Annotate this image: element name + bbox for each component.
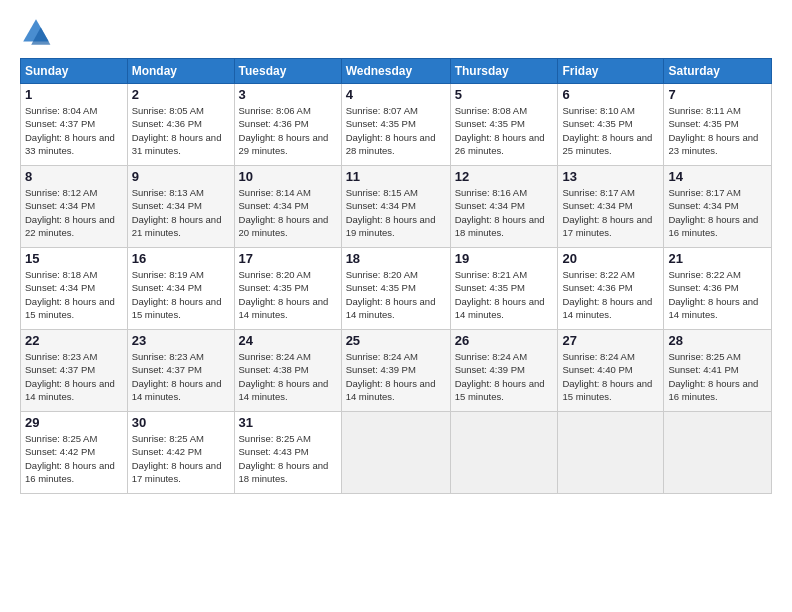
day-info: Sunrise: 8:24 AMSunset: 4:39 PMDaylight:… (455, 350, 554, 403)
day-cell: 8Sunrise: 8:12 AMSunset: 4:34 PMDaylight… (21, 166, 128, 248)
day-info: Sunrise: 8:15 AMSunset: 4:34 PMDaylight:… (346, 186, 446, 239)
day-info: Sunrise: 8:07 AMSunset: 4:35 PMDaylight:… (346, 104, 446, 157)
day-cell: 13Sunrise: 8:17 AMSunset: 4:34 PMDayligh… (558, 166, 664, 248)
header-row: SundayMondayTuesdayWednesdayThursdayFrid… (21, 59, 772, 84)
header-cell-thursday: Thursday (450, 59, 558, 84)
day-cell: 31Sunrise: 8:25 AMSunset: 4:43 PMDayligh… (234, 412, 341, 494)
day-cell: 10Sunrise: 8:14 AMSunset: 4:34 PMDayligh… (234, 166, 341, 248)
day-info: Sunrise: 8:25 AMSunset: 4:42 PMDaylight:… (132, 432, 230, 485)
day-number: 14 (668, 169, 767, 184)
day-info: Sunrise: 8:19 AMSunset: 4:34 PMDaylight:… (132, 268, 230, 321)
day-number: 13 (562, 169, 659, 184)
day-info: Sunrise: 8:18 AMSunset: 4:34 PMDaylight:… (25, 268, 123, 321)
day-number: 10 (239, 169, 337, 184)
day-info: Sunrise: 8:05 AMSunset: 4:36 PMDaylight:… (132, 104, 230, 157)
day-cell (341, 412, 450, 494)
day-info: Sunrise: 8:17 AMSunset: 4:34 PMDaylight:… (668, 186, 767, 239)
day-cell: 14Sunrise: 8:17 AMSunset: 4:34 PMDayligh… (664, 166, 772, 248)
day-cell: 21Sunrise: 8:22 AMSunset: 4:36 PMDayligh… (664, 248, 772, 330)
day-number: 24 (239, 333, 337, 348)
day-cell: 19Sunrise: 8:21 AMSunset: 4:35 PMDayligh… (450, 248, 558, 330)
day-info: Sunrise: 8:04 AMSunset: 4:37 PMDaylight:… (25, 104, 123, 157)
day-cell: 2Sunrise: 8:05 AMSunset: 4:36 PMDaylight… (127, 84, 234, 166)
day-cell: 24Sunrise: 8:24 AMSunset: 4:38 PMDayligh… (234, 330, 341, 412)
day-number: 18 (346, 251, 446, 266)
day-number: 31 (239, 415, 337, 430)
day-cell: 16Sunrise: 8:19 AMSunset: 4:34 PMDayligh… (127, 248, 234, 330)
day-info: Sunrise: 8:17 AMSunset: 4:34 PMDaylight:… (562, 186, 659, 239)
day-info: Sunrise: 8:25 AMSunset: 4:42 PMDaylight:… (25, 432, 123, 485)
day-cell: 20Sunrise: 8:22 AMSunset: 4:36 PMDayligh… (558, 248, 664, 330)
header-cell-wednesday: Wednesday (341, 59, 450, 84)
header-cell-monday: Monday (127, 59, 234, 84)
day-info: Sunrise: 8:22 AMSunset: 4:36 PMDaylight:… (562, 268, 659, 321)
day-cell: 9Sunrise: 8:13 AMSunset: 4:34 PMDaylight… (127, 166, 234, 248)
day-info: Sunrise: 8:21 AMSunset: 4:35 PMDaylight:… (455, 268, 554, 321)
day-info: Sunrise: 8:16 AMSunset: 4:34 PMDaylight:… (455, 186, 554, 239)
day-number: 25 (346, 333, 446, 348)
header-cell-tuesday: Tuesday (234, 59, 341, 84)
header-cell-saturday: Saturday (664, 59, 772, 84)
day-number: 2 (132, 87, 230, 102)
day-number: 5 (455, 87, 554, 102)
day-number: 15 (25, 251, 123, 266)
day-cell: 26Sunrise: 8:24 AMSunset: 4:39 PMDayligh… (450, 330, 558, 412)
header-cell-friday: Friday (558, 59, 664, 84)
day-number: 28 (668, 333, 767, 348)
day-number: 21 (668, 251, 767, 266)
day-number: 19 (455, 251, 554, 266)
week-row-2: 8Sunrise: 8:12 AMSunset: 4:34 PMDaylight… (21, 166, 772, 248)
day-info: Sunrise: 8:14 AMSunset: 4:34 PMDaylight:… (239, 186, 337, 239)
day-cell: 12Sunrise: 8:16 AMSunset: 4:34 PMDayligh… (450, 166, 558, 248)
day-number: 17 (239, 251, 337, 266)
day-info: Sunrise: 8:24 AMSunset: 4:40 PMDaylight:… (562, 350, 659, 403)
day-cell: 5Sunrise: 8:08 AMSunset: 4:35 PMDaylight… (450, 84, 558, 166)
logo-icon (20, 16, 52, 48)
day-number: 30 (132, 415, 230, 430)
day-cell: 6Sunrise: 8:10 AMSunset: 4:35 PMDaylight… (558, 84, 664, 166)
logo (20, 16, 56, 48)
day-cell: 25Sunrise: 8:24 AMSunset: 4:39 PMDayligh… (341, 330, 450, 412)
day-number: 16 (132, 251, 230, 266)
day-number: 8 (25, 169, 123, 184)
week-row-4: 22Sunrise: 8:23 AMSunset: 4:37 PMDayligh… (21, 330, 772, 412)
day-cell (664, 412, 772, 494)
day-cell: 17Sunrise: 8:20 AMSunset: 4:35 PMDayligh… (234, 248, 341, 330)
day-number: 27 (562, 333, 659, 348)
week-row-1: 1Sunrise: 8:04 AMSunset: 4:37 PMDaylight… (21, 84, 772, 166)
day-number: 22 (25, 333, 123, 348)
day-info: Sunrise: 8:10 AMSunset: 4:35 PMDaylight:… (562, 104, 659, 157)
day-number: 7 (668, 87, 767, 102)
calendar-page: SundayMondayTuesdayWednesdayThursdayFrid… (0, 0, 792, 612)
header (20, 16, 772, 48)
day-info: Sunrise: 8:06 AMSunset: 4:36 PMDaylight:… (239, 104, 337, 157)
day-cell: 11Sunrise: 8:15 AMSunset: 4:34 PMDayligh… (341, 166, 450, 248)
day-cell: 18Sunrise: 8:20 AMSunset: 4:35 PMDayligh… (341, 248, 450, 330)
day-number: 9 (132, 169, 230, 184)
day-info: Sunrise: 8:24 AMSunset: 4:38 PMDaylight:… (239, 350, 337, 403)
day-number: 11 (346, 169, 446, 184)
day-number: 20 (562, 251, 659, 266)
day-info: Sunrise: 8:08 AMSunset: 4:35 PMDaylight:… (455, 104, 554, 157)
day-cell: 1Sunrise: 8:04 AMSunset: 4:37 PMDaylight… (21, 84, 128, 166)
day-info: Sunrise: 8:25 AMSunset: 4:41 PMDaylight:… (668, 350, 767, 403)
day-cell (450, 412, 558, 494)
day-info: Sunrise: 8:22 AMSunset: 4:36 PMDaylight:… (668, 268, 767, 321)
day-cell: 4Sunrise: 8:07 AMSunset: 4:35 PMDaylight… (341, 84, 450, 166)
day-number: 12 (455, 169, 554, 184)
week-row-5: 29Sunrise: 8:25 AMSunset: 4:42 PMDayligh… (21, 412, 772, 494)
day-info: Sunrise: 8:24 AMSunset: 4:39 PMDaylight:… (346, 350, 446, 403)
day-cell: 30Sunrise: 8:25 AMSunset: 4:42 PMDayligh… (127, 412, 234, 494)
day-cell: 15Sunrise: 8:18 AMSunset: 4:34 PMDayligh… (21, 248, 128, 330)
day-cell: 23Sunrise: 8:23 AMSunset: 4:37 PMDayligh… (127, 330, 234, 412)
day-number: 26 (455, 333, 554, 348)
day-info: Sunrise: 8:20 AMSunset: 4:35 PMDaylight:… (239, 268, 337, 321)
day-info: Sunrise: 8:23 AMSunset: 4:37 PMDaylight:… (25, 350, 123, 403)
day-info: Sunrise: 8:23 AMSunset: 4:37 PMDaylight:… (132, 350, 230, 403)
week-row-3: 15Sunrise: 8:18 AMSunset: 4:34 PMDayligh… (21, 248, 772, 330)
header-cell-sunday: Sunday (21, 59, 128, 84)
day-cell: 3Sunrise: 8:06 AMSunset: 4:36 PMDaylight… (234, 84, 341, 166)
day-info: Sunrise: 8:12 AMSunset: 4:34 PMDaylight:… (25, 186, 123, 239)
day-info: Sunrise: 8:20 AMSunset: 4:35 PMDaylight:… (346, 268, 446, 321)
day-number: 1 (25, 87, 123, 102)
